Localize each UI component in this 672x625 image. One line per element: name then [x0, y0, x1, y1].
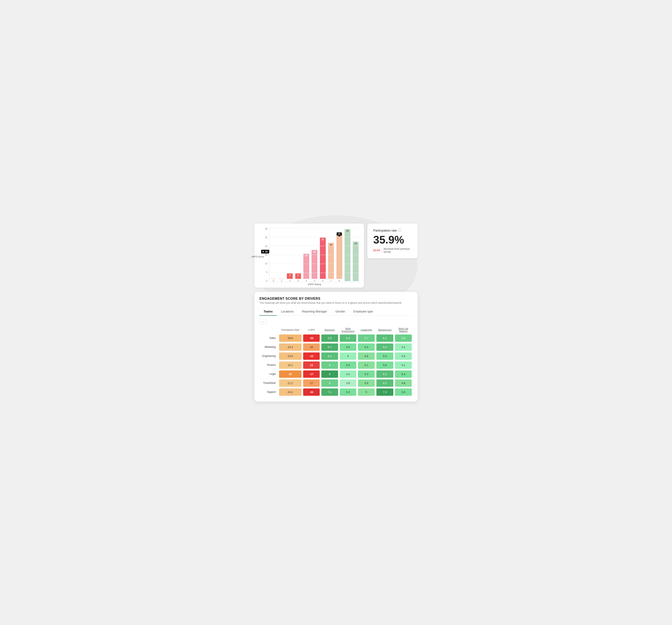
- tooltip-arrow: [338, 236, 340, 237]
- tab-employee-type[interactable]: Employee type: [350, 308, 377, 316]
- tooltip-8: 25: [337, 232, 342, 236]
- bar-group-9: 29: [343, 228, 352, 282]
- cell-marketing-autonomy: 6.7: [320, 343, 339, 352]
- col-header-work-life: Work LifeBalance: [394, 326, 413, 334]
- info-icon[interactable]: i: [398, 229, 402, 232]
- bar-x-2: 2: [289, 280, 291, 282]
- cell-legal-management: 6.1: [376, 369, 394, 379]
- participation-title: Participation rate i: [373, 229, 412, 232]
- change-value: 62.6%: [373, 249, 380, 252]
- cell-marketing-management: 6.4: [376, 343, 394, 352]
- tab-teams[interactable]: Teams: [259, 308, 277, 316]
- cell-sales-leadership: 5.7: [357, 334, 375, 343]
- cell-sales-autonomy: 6.9: [320, 334, 339, 343]
- cell-legal-work-env: 4.1: [339, 369, 357, 379]
- table-row: Sales 28.9 -26 6.9 6.4 5.7 6.2 5.8: [259, 334, 413, 343]
- tab-reporting-manager[interactable]: Reporting Manager: [298, 308, 331, 316]
- cell-traveldesk-management: 6.3: [376, 379, 394, 388]
- bar-6: 23: [320, 238, 326, 279]
- bars-area: 0 1 3 2: [269, 228, 360, 282]
- cell-traveldesk-participation: 21.2: [278, 379, 302, 388]
- bar-4: 14: [303, 254, 309, 279]
- cell-traveldesk-work-env: 3.6: [339, 379, 357, 388]
- cell-legal-work-life: 5.4: [394, 369, 413, 379]
- cell-legal-autonomy: 8: [320, 369, 339, 379]
- tab-locations[interactable]: Locations: [277, 308, 298, 316]
- cell-product-participation: 15.1: [278, 361, 302, 369]
- dots-button[interactable]: ···: [259, 319, 267, 324]
- bar-x-8: 8: [339, 280, 340, 282]
- row-label-traveldesk: TravelDesk: [259, 379, 278, 388]
- row-label-product: Product: [259, 361, 278, 369]
- cell-sales-enps: -26: [302, 334, 320, 343]
- section-title: ENGAGEMENT SCORE BY DRIVERS: [259, 297, 413, 301]
- page-container: eNPS Score 30 25 20 15 10 5 0: [250, 215, 422, 410]
- cell-product-enps: 13: [302, 361, 320, 369]
- bar-9: 29: [344, 229, 351, 281]
- top-section: eNPS Score 30 25 20 15 10 5 0: [255, 224, 417, 288]
- participation-card: Participation rate i 35.9% 62.6% ↓ decre…: [367, 224, 417, 258]
- bar-x-7: 7: [330, 280, 332, 282]
- cell-support-work-env: 5.3: [339, 388, 357, 396]
- table-row: Legal 15 -17 8 4.1 5.3 6.1 5.4: [259, 369, 413, 379]
- cell-support-work-life: 5.6: [394, 388, 413, 396]
- participation-rate: 35.9%: [373, 234, 412, 246]
- col-header-work-env: WorkEnvironment: [339, 326, 357, 334]
- cell-marketing-leadership: 5.4: [357, 343, 375, 352]
- cell-legal-leadership: 5.3: [357, 369, 375, 379]
- bar-group-5: 16 5: [310, 228, 319, 282]
- cell-sales-management: 6.2: [376, 334, 394, 343]
- cell-support-participation: 24.2: [278, 388, 302, 396]
- bar-10: 22: [353, 242, 359, 281]
- col-header-management: Management: [376, 326, 394, 334]
- heatmap-table: Participation Rate e-NPS Autonomy WorkEn…: [259, 326, 413, 396]
- bar-x-4: 4: [306, 280, 307, 282]
- cell-support-leadership: 5: [357, 388, 375, 396]
- bar-group-6: 23 6: [319, 228, 327, 282]
- table-row: Marketing 23.3 28 6.7 5.5 5.4 6.4 4.1: [259, 343, 413, 352]
- cell-product-leadership: 5.1: [357, 361, 375, 369]
- bar-group-0: 0: [269, 228, 278, 282]
- bar-label-10: 22: [355, 242, 357, 245]
- down-arrow-icon: ↓: [381, 249, 383, 252]
- cell-engineering-enps: -12: [302, 352, 320, 361]
- cell-engineering-work-env: 4: [339, 352, 357, 361]
- y-label-30: 30: [265, 228, 267, 230]
- cell-marketing-participation: 23.3: [278, 343, 302, 352]
- bar-group-10: 22: [352, 228, 360, 282]
- cell-legal-participation: 15: [278, 369, 302, 379]
- bar-5: 16: [312, 250, 317, 279]
- participation-change: 62.6% ↓ decrease from previous survey: [373, 247, 412, 253]
- cell-traveldesk-leadership: 4.9: [357, 379, 375, 388]
- bar-7: 20: [328, 243, 334, 279]
- row-label-legal: Legal: [259, 369, 278, 379]
- col-header-autonomy: Autonomy: [320, 326, 339, 334]
- y-axis: 30 25 20 15 10 5 0: [263, 228, 269, 282]
- y-label-20: 20: [265, 245, 267, 247]
- row-label-support: Support: [259, 388, 278, 396]
- cell-traveldesk-enps: 17: [302, 379, 320, 388]
- bar-group-8: 25 25 8: [335, 228, 343, 282]
- tab-gender[interactable]: Gender: [331, 308, 350, 316]
- cell-legal-enps: -17: [302, 369, 320, 379]
- cell-support-autonomy: 7.1: [320, 388, 339, 396]
- bar-label-7: 20: [330, 243, 332, 246]
- x-axis-title: eNPS Rating: [269, 283, 360, 286]
- table-row: Support 24.2 -42 7.1 5.3 5 7.3 5.6: [259, 388, 413, 396]
- cell-marketing-enps: 28: [302, 343, 320, 352]
- y-label-10: 10: [265, 263, 267, 265]
- bar-group-1: 1: [278, 228, 286, 282]
- bar-8: 25: [336, 234, 342, 279]
- col-header-leadership: Leadership: [357, 326, 375, 334]
- cell-sales-participation: 28.9: [278, 334, 302, 343]
- bar-0: [270, 279, 277, 279]
- y-label-0: 0: [266, 280, 267, 282]
- cell-sales-work-life: 5.8: [394, 334, 413, 343]
- y-label-5: 5: [266, 271, 267, 273]
- table-header-row: Participation Rate e-NPS Autonomy WorkEn…: [259, 326, 413, 334]
- y-axis-title: eNPS Score: [251, 256, 264, 258]
- chart-card: eNPS Score 30 25 20 15 10 5 0: [255, 224, 364, 288]
- bar-label-9: 29: [346, 229, 349, 232]
- section-subtitle: This heatmap will show you what are driv…: [259, 302, 413, 304]
- highlight-pill: 15: [261, 250, 269, 254]
